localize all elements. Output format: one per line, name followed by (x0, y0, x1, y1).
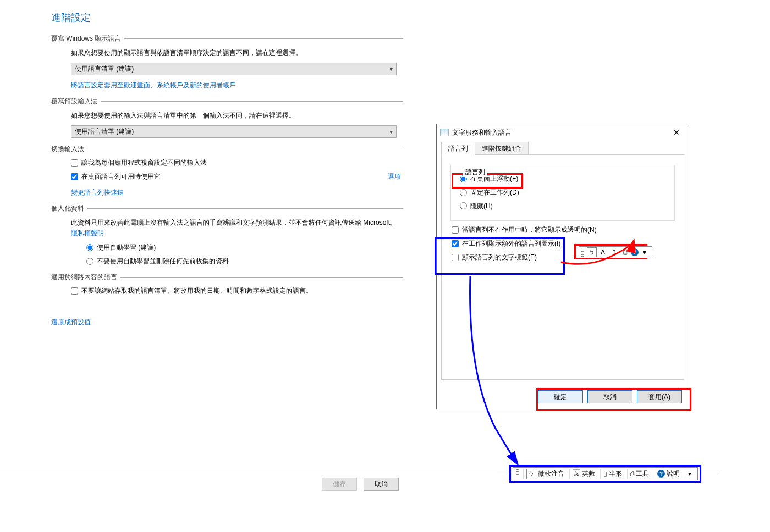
radio-label: 不要使用自動學習並刪除任何先前收集的資料 (97, 257, 229, 266)
change-hotkeys-link[interactable]: 變更語言列快速鍵 (71, 188, 124, 197)
show-extra-icons-checkbox[interactable] (452, 240, 459, 247)
section-header-label: 覆寫預設輸入法 (51, 97, 97, 106)
section-switch-ime: 切換輸入法 讓我為每個應用程式視窗設定不同的輸入法 在桌面語言列可用時使用它 選… (51, 145, 403, 197)
auto-learn-radio[interactable] (86, 244, 94, 251)
dropdown-value: 使用語言清單 (建議) (75, 127, 134, 136)
half-label: 半形 (609, 469, 622, 479)
privacy-link[interactable]: 隱私權聲明 (71, 228, 104, 239)
checkbox-label: 讓我為每個應用程式視窗設定不同的輸入法 (81, 158, 207, 168)
transparent-when-inactive-checkbox[interactable] (452, 226, 459, 234)
radio-label: 使用自動學習 (建議) (97, 243, 156, 252)
advanced-settings-panel: 進階設定 覆寫 Windows 顯示語言 如果您想要使用的顯示語言與依語言清單順… (51, 11, 403, 327)
chevron-down-icon: ▾ (390, 66, 393, 72)
divider (120, 277, 403, 278)
divider (87, 149, 403, 149)
block-website-langlist-checkbox[interactable] (71, 287, 78, 295)
chevron-down-icon: ▾ (390, 129, 393, 135)
close-icon[interactable]: ✕ (668, 126, 685, 138)
ime-toolbar-small[interactable]: ㄅ A̲ ▯ ⎙ ? ▾ (579, 246, 652, 258)
eng-label: 英數 (582, 469, 595, 479)
hidden-radio[interactable] (460, 202, 467, 209)
checkbox-label: 不要讓網站存取我的語言清單。將改用我的日期、時間和數字格式設定的語言。 (81, 286, 312, 296)
cancel-button[interactable]: 取消 (364, 478, 399, 491)
dialog-title: 文字服務和輸入語言 (452, 128, 512, 137)
section-description: 如果您想要使用的輸入法與語言清單中的第一個輸入法不同，請在這裡選擇。 (71, 110, 403, 121)
tools-icon: ⎙ (630, 470, 634, 478)
section-override-ime: 覆寫預設輸入法 如果您想要使用的輸入法與語言清單中的第一個輸入法不同，請在這裡選… (51, 97, 403, 138)
checkbox-label: 在桌面語言列可用時使用它 (81, 172, 161, 181)
per-app-ime-checkbox[interactable] (71, 159, 78, 167)
zhuyin-icon: ㄅ (526, 469, 536, 479)
drag-grip-icon[interactable] (516, 469, 519, 478)
display-language-dropdown[interactable]: 使用語言清單 (建議) ▾ (71, 63, 397, 75)
dropdown-value: 使用語言清單 (建議) (75, 64, 134, 74)
drag-grip-icon[interactable] (581, 248, 584, 257)
help-icon: ? (657, 470, 665, 478)
help-label: 說明 (667, 469, 680, 479)
ok-button[interactable]: 確定 (538, 390, 583, 403)
use-desktop-langbar-checkbox[interactable] (71, 173, 78, 180)
checkbox-label: 在工作列顯示額外的語言列圖示(I) (462, 239, 560, 248)
tab-content: 語言列 在桌面上浮動(F) 固定在工作列(D) 隱藏(H) 當語言列不在作用中時… (441, 154, 684, 380)
checkbox-label: 當語言列不在作用中時，將它顯示成透明的(N) (462, 225, 597, 235)
section-override-display-language: 覆寫 Windows 顯示語言 如果您想要使用的顯示語言與依語言清單順序決定的語… (51, 34, 403, 90)
help-segment[interactable]: ? 說明 (654, 469, 683, 479)
no-learn-radio[interactable] (86, 258, 94, 265)
input-mode-icon[interactable]: A̲ (598, 247, 608, 257)
section-description: 此資料只用來改善此電腦上沒有輸入法之語言的手寫辨識和文字預測結果，並不會將任何資… (71, 218, 403, 239)
section-web-language: 適用於網路內容的語言 不要讓網站存取我的語言清單。將改用我的日期、時間和數字格式… (51, 273, 403, 296)
section-header-label: 適用於網路內容的語言 (51, 273, 117, 282)
divider (101, 101, 403, 102)
divider (87, 208, 403, 209)
page-title: 進階設定 (51, 11, 403, 24)
dialog-icon (440, 129, 449, 136)
tab-language-bar[interactable]: 語言列 (441, 142, 475, 155)
checkbox-label: 顯示語言列的文字標籤(E) (462, 253, 537, 262)
options-menu-icon[interactable]: ▾ (685, 470, 694, 478)
show-text-labels-checkbox[interactable] (452, 254, 459, 261)
eng-mode-segment[interactable]: 英 英數 (569, 469, 598, 479)
dock-taskbar-radio[interactable] (460, 189, 467, 196)
ime-name-segment[interactable]: ㄅ 微軟注音 (523, 469, 567, 479)
ime-toolbar-large[interactable]: ㄅ 微軟注音 英 英數 ▯ 半形 ⎙ 工具 ? 說明 ▾ (513, 467, 698, 480)
help-icon[interactable]: ? (631, 248, 639, 256)
apply-to-welcome-link[interactable]: 將語言設定套用至歡迎畫面、系統帳戶及新的使用者帳戶 (71, 81, 236, 90)
ime-name-label: 微軟注音 (538, 469, 564, 479)
options-menu-icon[interactable]: ▾ (640, 247, 650, 257)
save-button[interactable]: 儲存 (322, 478, 357, 491)
eng-icon: 英 (573, 469, 580, 478)
tools-label: 工具 (636, 469, 649, 479)
tools-segment[interactable]: ⎙ 工具 (627, 469, 652, 479)
radio-label: 隱藏(H) (470, 202, 493, 211)
section-personal-data: 個人化資料 此資料只用來改善此電腦上沒有輸入法之語言的手寫辨識和文字預測結果，並… (51, 204, 403, 266)
fieldset-label: 語言列 (463, 168, 487, 177)
shape-width-icon[interactable]: ▯ (609, 247, 619, 257)
radio-label: 固定在工作列(D) (470, 188, 519, 197)
section-header-label: 切換輸入法 (51, 145, 84, 154)
section-header-label: 覆寫 Windows 顯示語言 (51, 34, 121, 43)
tools-icon[interactable]: ⎙ (620, 247, 630, 257)
tab-advanced-keys[interactable]: 進階按鍵組合 (475, 142, 529, 155)
half-width-segment[interactable]: ▯ 半形 (600, 469, 625, 479)
restore-defaults-link[interactable]: 還原成預設值 (51, 318, 91, 327)
dialog-titlebar[interactable]: 文字服務和輸入語言 ✕ (437, 124, 689, 141)
text-services-dialog: 文字服務和輸入語言 ✕ 語言列 進階按鍵組合 語言列 在桌面上浮動(F) 固定在… (436, 124, 689, 409)
langbar-options-link[interactable]: 選項 (388, 172, 401, 181)
section-header-label: 個人化資料 (51, 204, 84, 213)
shape-width-icon: ▯ (603, 470, 607, 478)
zhuyin-icon[interactable]: ㄅ (587, 247, 597, 257)
apply-button[interactable]: 套用(A) (637, 390, 682, 403)
cancel-button[interactable]: 取消 (587, 390, 632, 403)
default-ime-dropdown[interactable]: 使用語言清單 (建議) ▾ (71, 125, 397, 138)
dialog-button-row: 確定 取消 套用(A) (538, 390, 682, 403)
divider (124, 38, 403, 39)
section-description: 如果您想要使用的顯示語言與依語言清單順序決定的語言不同，請在這裡選擇。 (71, 48, 403, 58)
